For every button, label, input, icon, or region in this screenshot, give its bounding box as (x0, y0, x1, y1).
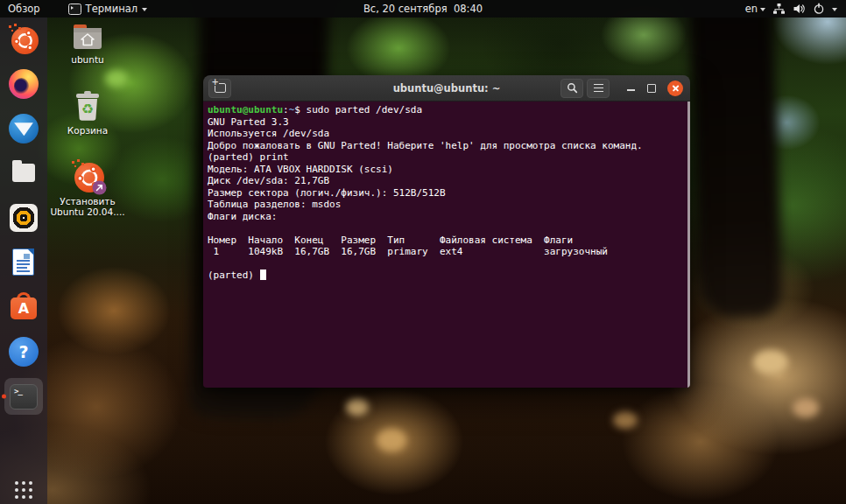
bokeh-highlight (613, 411, 638, 429)
new-tab-button[interactable]: + (208, 79, 231, 98)
ubuntu-logo-icon (11, 27, 39, 54)
bokeh-highlight (346, 398, 369, 416)
minimize-button[interactable] (620, 79, 641, 98)
terminal-line: 1 1049kB 16,7GB 16,7GB primary ext4 загр… (208, 246, 690, 258)
power-icon (813, 3, 825, 15)
trash-icon: ♻ (73, 90, 102, 122)
bokeh-highlight (753, 350, 788, 374)
terminal-line: Номер Начало Конец Размер Тип Файловая с… (208, 234, 690, 247)
dock-item-ubuntu-software[interactable]: A (9, 292, 39, 322)
terminal-line: Добро пожаловать в GNU Parted! Наберите … (208, 140, 690, 152)
keyboard-layout-indicator[interactable]: en (745, 3, 765, 15)
libreoffice-writer-icon (12, 248, 34, 276)
top-bar: Обзор Терминал Вс, 20 сентября 08:40 en (0, 0, 846, 18)
bokeh-highlight (377, 429, 406, 452)
desktop-icon-trash[interactable]: ♻ Корзина (47, 90, 128, 136)
terminal-line: Диск /dev/sda: 21,7GB (208, 175, 690, 187)
window-menu-button[interactable] (587, 79, 610, 98)
terminal-line: GNU Parted 3.3 (208, 116, 690, 129)
terminal-line: ubuntu@ubuntu:~$ sudo parted /dev/sda (208, 104, 690, 116)
terminal-line: Размер сектора (логич./физич.): 512B/512… (208, 187, 690, 200)
activities-label: Обзор (8, 3, 40, 15)
dock-item-terminal[interactable]: >_ (4, 378, 43, 415)
firefox-icon (9, 69, 39, 99)
desktop-icon-label: Ubuntu 20.04.... (50, 206, 124, 217)
terminal-line: (parted) print (208, 151, 690, 164)
system-status-area[interactable]: en (745, 3, 846, 15)
dock-item-ubuntu-installer[interactable] (9, 24, 39, 54)
search-button[interactable] (560, 79, 583, 98)
thunderbird-icon (9, 114, 39, 144)
terminal-line: (parted) (208, 270, 690, 282)
scrollbar[interactable] (687, 102, 690, 388)
show-applications-button[interactable] (9, 481, 39, 499)
desktop-icon-installer[interactable]: Установить Ubuntu 20.04.... (47, 159, 128, 217)
home-folder-icon (71, 23, 104, 51)
dock-item-help[interactable]: ? (9, 337, 39, 367)
desktop-icon-label: Корзина (67, 125, 108, 136)
maximize-button[interactable] (641, 79, 662, 98)
chevron-down-icon (142, 8, 147, 11)
minimize-icon (627, 89, 635, 91)
terminal-icon: >_ (10, 384, 38, 410)
text-cursor (260, 270, 266, 280)
launch-arrow-badge (92, 180, 107, 195)
terminal-app-icon (68, 4, 81, 15)
app-menu-label: Терминал (86, 3, 137, 15)
maximize-icon (647, 84, 656, 93)
dock-item-libreoffice-writer[interactable] (9, 248, 39, 277)
terminal-line: Используется /dev/sda (208, 128, 690, 140)
app-grid-icon (15, 481, 32, 499)
help-icon: ? (9, 337, 39, 367)
chevron-down-icon (832, 8, 837, 11)
terminal-line: Модель: ATA VBOX HARDDISK (scsi) (208, 164, 690, 176)
network-icon (772, 3, 786, 15)
window-titlebar[interactable]: + ubuntu@ubuntu: ~ (203, 75, 690, 102)
terminal-output: ubuntu@ubuntu:~$ sudo parted /dev/sdaGNU… (208, 104, 690, 282)
desktop-icon-home[interactable]: ubuntu (47, 23, 128, 65)
activities-button[interactable]: Обзор (0, 0, 48, 18)
close-button[interactable] (667, 80, 683, 96)
dock-item-rhythmbox[interactable] (9, 203, 39, 233)
files-icon (12, 164, 35, 182)
svg-text:♻: ♻ (81, 101, 94, 117)
terminal-window: + ubuntu@ubuntu: ~ ubuntu@ubuntu:~$ (203, 75, 690, 388)
volume-icon (793, 3, 806, 15)
keyboard-layout-label: en (745, 3, 758, 15)
rhythmbox-icon (10, 204, 38, 232)
search-icon (567, 82, 578, 94)
desktop-icon-label: Установить (60, 196, 115, 206)
chevron-down-icon (760, 8, 765, 11)
app-menu-terminal[interactable]: Терминал (60, 0, 155, 18)
terminal-line: Флаги диска: (208, 211, 690, 223)
desktop-icon-label: ubuntu (71, 54, 103, 65)
bokeh-highlight (793, 398, 819, 417)
terminal-line (208, 222, 690, 234)
running-indicator (2, 395, 6, 399)
new-tab-icon: + (215, 83, 226, 93)
terminal-viewport[interactable]: ubuntu@ubuntu:~$ sudo parted /dev/sdaGNU… (203, 102, 690, 388)
dock-item-thunderbird[interactable] (9, 114, 39, 144)
terminal-line: Таблица разделов: msdos (208, 199, 690, 211)
tree-trunk (687, 0, 783, 319)
bokeh-highlight (105, 70, 128, 88)
desktop: Обзор Терминал Вс, 20 сентября 08:40 en (0, 0, 846, 504)
dock-item-files[interactable] (9, 158, 39, 188)
dock-item-firefox[interactable] (9, 69, 39, 99)
hamburger-icon (594, 84, 603, 93)
terminal-line (208, 258, 690, 270)
dock: A ? >_ (0, 18, 47, 504)
ubuntu-software-icon: A (11, 298, 37, 319)
